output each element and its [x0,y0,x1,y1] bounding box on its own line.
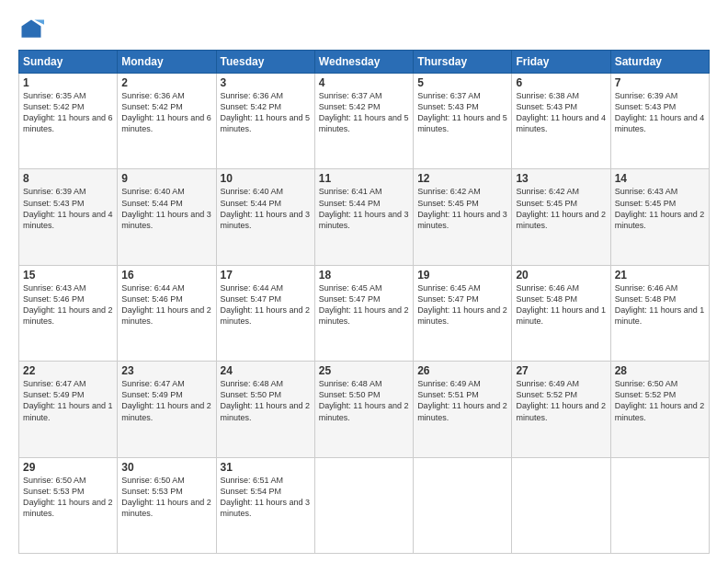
day-info: Sunrise: 6:49 AM Sunset: 5:52 PM Dayligh… [516,378,606,423]
day-info: Sunrise: 6:46 AM Sunset: 5:48 PM Dayligh… [516,282,606,327]
table-row [414,457,512,553]
calendar-week-row: 8Sunrise: 6:39 AM Sunset: 5:43 PM Daylig… [19,169,710,265]
day-number: 26 [417,364,507,377]
table-row: 16Sunrise: 6:44 AM Sunset: 5:46 PM Dayli… [118,265,216,361]
table-row: 12Sunrise: 6:42 AM Sunset: 5:45 PM Dayli… [414,169,512,265]
day-info: Sunrise: 6:47 AM Sunset: 5:49 PM Dayligh… [121,378,211,423]
day-number: 25 [319,364,409,377]
table-row: 19Sunrise: 6:45 AM Sunset: 5:47 PM Dayli… [414,265,512,361]
table-row: 13Sunrise: 6:42 AM Sunset: 5:45 PM Dayli… [512,169,610,265]
table-row: 26Sunrise: 6:49 AM Sunset: 5:51 PM Dayli… [414,362,512,457]
table-row [512,457,610,553]
table-row: 25Sunrise: 6:48 AM Sunset: 5:50 PM Dayli… [314,362,413,457]
calendar-table: Sunday Monday Tuesday Wednesday Thursday… [18,50,710,554]
table-row: 14Sunrise: 6:43 AM Sunset: 5:45 PM Dayli… [610,169,709,265]
day-number: 1 [23,76,113,89]
calendar-week-row: 29Sunrise: 6:50 AM Sunset: 5:53 PM Dayli… [19,457,710,553]
day-number: 6 [516,76,606,89]
page: Sunday Monday Tuesday Wednesday Thursday… [0,0,728,563]
svg-marker-0 [22,20,41,38]
day-info: Sunrise: 6:48 AM Sunset: 5:50 PM Dayligh… [221,378,311,423]
calendar-week-row: 15Sunrise: 6:43 AM Sunset: 5:46 PM Dayli… [19,265,710,361]
table-row: 3Sunrise: 6:36 AM Sunset: 5:42 PM Daylig… [216,74,314,169]
calendar-header-row: Sunday Monday Tuesday Wednesday Thursday… [19,51,710,74]
day-info: Sunrise: 6:46 AM Sunset: 5:48 PM Dayligh… [615,282,705,327]
day-info: Sunrise: 6:40 AM Sunset: 5:44 PM Dayligh… [221,186,311,231]
day-number: 31 [221,461,311,474]
calendar-week-row: 1Sunrise: 6:35 AM Sunset: 5:42 PM Daylig… [19,74,710,169]
day-info: Sunrise: 6:41 AM Sunset: 5:44 PM Dayligh… [319,186,409,231]
day-number: 22 [23,364,113,377]
table-row: 7Sunrise: 6:39 AM Sunset: 5:43 PM Daylig… [610,74,709,169]
day-info: Sunrise: 6:36 AM Sunset: 5:42 PM Dayligh… [221,90,311,135]
day-number: 11 [319,172,409,185]
table-row [314,457,413,553]
day-info: Sunrise: 6:39 AM Sunset: 5:43 PM Dayligh… [615,90,705,135]
logo [18,17,48,42]
day-number: 13 [516,172,606,185]
table-row: 29Sunrise: 6:50 AM Sunset: 5:53 PM Dayli… [19,457,118,553]
table-row: 6Sunrise: 6:38 AM Sunset: 5:43 PM Daylig… [512,74,610,169]
day-number: 20 [516,269,606,282]
header [18,17,710,42]
day-info: Sunrise: 6:37 AM Sunset: 5:42 PM Dayligh… [319,90,409,135]
day-info: Sunrise: 6:49 AM Sunset: 5:51 PM Dayligh… [417,378,507,423]
day-number: 9 [121,172,211,185]
day-info: Sunrise: 6:47 AM Sunset: 5:49 PM Dayligh… [23,378,113,423]
day-info: Sunrise: 6:44 AM Sunset: 5:47 PM Dayligh… [221,282,311,327]
day-info: Sunrise: 6:40 AM Sunset: 5:44 PM Dayligh… [121,186,211,231]
day-info: Sunrise: 6:51 AM Sunset: 5:54 PM Dayligh… [221,475,311,520]
table-row: 10Sunrise: 6:40 AM Sunset: 5:44 PM Dayli… [216,169,314,265]
table-row: 5Sunrise: 6:37 AM Sunset: 5:43 PM Daylig… [414,74,512,169]
day-info: Sunrise: 6:38 AM Sunset: 5:43 PM Dayligh… [516,90,606,135]
day-number: 3 [221,76,311,89]
day-number: 28 [615,364,705,377]
day-number: 23 [121,364,211,377]
table-row: 4Sunrise: 6:37 AM Sunset: 5:42 PM Daylig… [314,74,413,169]
table-row: 11Sunrise: 6:41 AM Sunset: 5:44 PM Dayli… [314,169,413,265]
table-row: 2Sunrise: 6:36 AM Sunset: 5:42 PM Daylig… [118,74,216,169]
table-row: 1Sunrise: 6:35 AM Sunset: 5:42 PM Daylig… [19,74,118,169]
table-row [610,457,709,553]
day-number: 4 [319,76,409,89]
table-row: 8Sunrise: 6:39 AM Sunset: 5:43 PM Daylig… [19,169,118,265]
col-saturday: Saturday [610,51,709,74]
table-row: 24Sunrise: 6:48 AM Sunset: 5:50 PM Dayli… [216,362,314,457]
col-wednesday: Wednesday [314,51,413,74]
day-number: 8 [23,172,113,185]
table-row: 9Sunrise: 6:40 AM Sunset: 5:44 PM Daylig… [118,169,216,265]
table-row: 15Sunrise: 6:43 AM Sunset: 5:46 PM Dayli… [19,265,118,361]
table-row: 28Sunrise: 6:50 AM Sunset: 5:52 PM Dayli… [610,362,709,457]
day-info: Sunrise: 6:45 AM Sunset: 5:47 PM Dayligh… [319,282,409,327]
day-number: 27 [516,364,606,377]
day-number: 5 [417,76,507,89]
day-number: 24 [221,364,311,377]
day-info: Sunrise: 6:37 AM Sunset: 5:43 PM Dayligh… [417,90,507,135]
day-number: 30 [121,461,211,474]
day-info: Sunrise: 6:42 AM Sunset: 5:45 PM Dayligh… [417,186,507,231]
day-number: 15 [23,269,113,282]
col-sunday: Sunday [19,51,118,74]
day-info: Sunrise: 6:45 AM Sunset: 5:47 PM Dayligh… [417,282,507,327]
day-number: 12 [417,172,507,185]
table-row: 31Sunrise: 6:51 AM Sunset: 5:54 PM Dayli… [216,457,314,553]
day-number: 17 [221,269,311,282]
logo-icon [18,17,44,42]
day-info: Sunrise: 6:36 AM Sunset: 5:42 PM Dayligh… [121,90,211,135]
day-info: Sunrise: 6:35 AM Sunset: 5:42 PM Dayligh… [23,90,113,135]
table-row: 20Sunrise: 6:46 AM Sunset: 5:48 PM Dayli… [512,265,610,361]
day-number: 2 [121,76,211,89]
calendar-week-row: 22Sunrise: 6:47 AM Sunset: 5:49 PM Dayli… [19,362,710,457]
table-row: 17Sunrise: 6:44 AM Sunset: 5:47 PM Dayli… [216,265,314,361]
day-number: 18 [319,269,409,282]
day-info: Sunrise: 6:44 AM Sunset: 5:46 PM Dayligh… [121,282,211,327]
col-thursday: Thursday [414,51,512,74]
day-number: 16 [121,269,211,282]
day-info: Sunrise: 6:50 AM Sunset: 5:52 PM Dayligh… [615,378,705,423]
col-monday: Monday [118,51,216,74]
day-number: 29 [23,461,113,474]
day-info: Sunrise: 6:50 AM Sunset: 5:53 PM Dayligh… [23,475,113,520]
day-number: 19 [417,269,507,282]
day-info: Sunrise: 6:43 AM Sunset: 5:46 PM Dayligh… [23,282,113,327]
day-info: Sunrise: 6:50 AM Sunset: 5:53 PM Dayligh… [121,475,211,520]
